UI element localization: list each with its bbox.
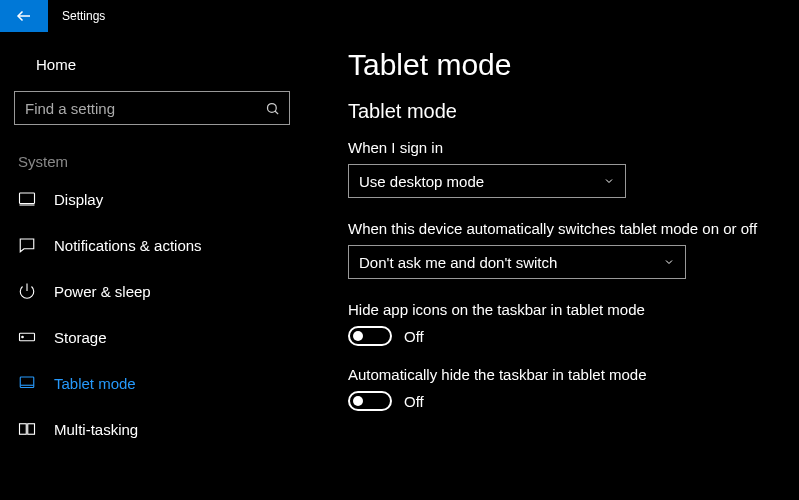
- svg-point-8: [22, 336, 24, 338]
- svg-rect-11: [20, 424, 27, 435]
- power-icon: [18, 282, 36, 300]
- sign-in-select[interactable]: Use desktop mode: [348, 164, 626, 198]
- sidebar-item-label: Power & sleep: [54, 283, 151, 300]
- svg-line-3: [275, 111, 278, 114]
- auto-switch-label: When this device automatically switches …: [348, 220, 789, 237]
- section-label-system: System: [18, 153, 312, 170]
- auto-hide-label: Automatically hide the taskbar in tablet…: [348, 366, 789, 383]
- svg-point-2: [267, 103, 276, 112]
- sidebar-item-label: Multi-tasking: [54, 421, 138, 438]
- search-icon: [255, 101, 289, 116]
- sign-in-label: When I sign in: [348, 139, 789, 156]
- message-icon: [18, 236, 36, 254]
- hide-icons-state: Off: [404, 328, 424, 345]
- home-link[interactable]: Home: [14, 50, 312, 87]
- sidebar-item-power[interactable]: Power & sleep: [14, 268, 312, 314]
- sidebar-item-label: Tablet mode: [54, 375, 136, 392]
- auto-hide-state: Off: [404, 393, 424, 410]
- auto-switch-value: Don't ask me and don't switch: [359, 254, 557, 271]
- arrow-left-icon: [15, 7, 33, 25]
- titlebar: Settings: [0, 0, 799, 32]
- svg-rect-4: [20, 193, 35, 204]
- sidebar-item-tablet-mode[interactable]: Tablet mode: [14, 360, 312, 406]
- sidebar-item-label: Storage: [54, 329, 107, 346]
- window-title: Settings: [48, 0, 105, 32]
- sidebar-item-label: Notifications & actions: [54, 237, 202, 254]
- sidebar-item-label: Display: [54, 191, 103, 208]
- search-box[interactable]: [14, 91, 290, 125]
- tablet-icon: [18, 374, 36, 392]
- hide-icons-label: Hide app icons on the taskbar in tablet …: [348, 301, 789, 318]
- svg-rect-12: [28, 424, 35, 435]
- sidebar-item-display[interactable]: Display: [14, 176, 312, 222]
- auto-hide-toggle[interactable]: [348, 391, 392, 411]
- search-input[interactable]: [15, 100, 255, 117]
- drive-icon: [18, 328, 36, 346]
- auto-switch-select[interactable]: Don't ask me and don't switch: [348, 245, 686, 279]
- main-content: Tablet mode Tablet mode When I sign in U…: [320, 32, 799, 500]
- sign-in-value: Use desktop mode: [359, 173, 484, 190]
- sidebar: Home System Display Notifica: [0, 32, 320, 500]
- chevron-down-icon: [663, 256, 675, 268]
- svg-rect-9: [20, 377, 34, 388]
- chevron-down-icon: [603, 175, 615, 187]
- section-title: Tablet mode: [348, 100, 789, 123]
- multitasking-icon: [18, 420, 36, 438]
- sidebar-item-storage[interactable]: Storage: [14, 314, 312, 360]
- sidebar-item-multitasking[interactable]: Multi-tasking: [14, 406, 312, 452]
- hide-icons-toggle[interactable]: [348, 326, 392, 346]
- back-button[interactable]: [0, 0, 48, 32]
- sidebar-item-notifications[interactable]: Notifications & actions: [14, 222, 312, 268]
- home-label: Home: [36, 56, 76, 73]
- page-title: Tablet mode: [348, 48, 789, 82]
- monitor-icon: [18, 190, 36, 208]
